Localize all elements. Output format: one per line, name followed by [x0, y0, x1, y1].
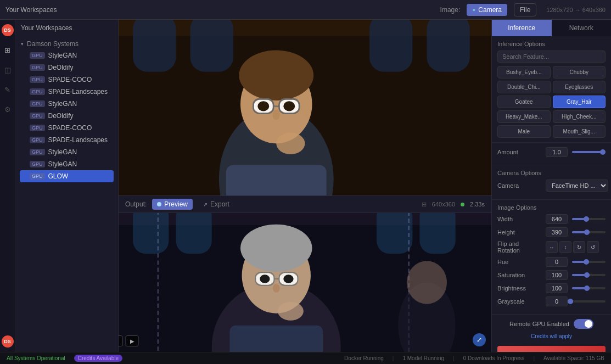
- grayscale-row: Grayscale 0: [497, 296, 606, 306]
- feature-high-cheekbones[interactable]: High_Cheek...: [553, 110, 606, 123]
- feature-male[interactable]: Male: [497, 125, 551, 138]
- rotate-ccw-button[interactable]: ↺: [587, 241, 599, 253]
- hue-slider[interactable]: [572, 261, 606, 263]
- sidebar-item-deoldify-2[interactable]: GPU DeOldify: [20, 110, 114, 122]
- svg-point-8: [239, 51, 313, 100]
- feature-heavy-makeup[interactable]: Heavy_Make...: [497, 110, 551, 123]
- sidebar-item-spade-coco-2[interactable]: GPU SPADE-COCO: [20, 122, 114, 134]
- workspace-title: Your Workspaces: [5, 6, 57, 14]
- svg-rect-4: [369, 20, 412, 72]
- sidebar-item-styleGAN-4[interactable]: GPU StyleGAN: [20, 158, 114, 170]
- gpu-badge: GPU: [30, 161, 45, 167]
- options-tabs: Inference Network: [492, 20, 611, 36]
- avatar[interactable]: DS: [2, 24, 14, 36]
- feature-chubby[interactable]: Chubby: [553, 66, 606, 79]
- feature-mouth-slightly-open[interactable]: Mouth_Slig...: [553, 125, 606, 138]
- preview-button[interactable]: Preview: [152, 199, 193, 210]
- resolution-info: 1280x720 → 640x360: [546, 7, 606, 13]
- file-button[interactable]: File: [514, 3, 536, 16]
- height-value[interactable]: 390: [546, 227, 568, 237]
- hue-value[interactable]: 0: [546, 257, 568, 267]
- content-area: Output: Preview ↗ Export ⊞ 640x360 2.33s: [119, 20, 491, 352]
- inference-options-title: Inference Options: [497, 41, 606, 47]
- camera-scene-top: [119, 20, 491, 195]
- expand-button[interactable]: ⤢: [473, 333, 486, 346]
- layers-icon[interactable]: ◫: [2, 64, 14, 76]
- grayscale-slider[interactable]: [572, 300, 606, 303]
- user-icon[interactable]: DS: [2, 335, 14, 348]
- camera-button[interactable]: ● Camera: [467, 4, 507, 16]
- search-feature-input[interactable]: [497, 51, 606, 63]
- next-arrow[interactable]: ▶: [126, 335, 139, 346]
- feature-bushy-eyebrows[interactable]: Bushy_Eyeb...: [497, 66, 551, 79]
- image-options-section: Image Options Width 640 Height 390 Flip …: [492, 200, 611, 315]
- svg-point-16: [273, 110, 280, 120]
- sidebar-item-glow[interactable]: GPU GLOW: [20, 170, 114, 182]
- svg-rect-18: [226, 165, 327, 195]
- feature-double-chin[interactable]: Double_Chi...: [497, 81, 551, 93]
- amount-value[interactable]: 1.0: [546, 147, 568, 157]
- feature-gray-hair[interactable]: Gray_Hair: [553, 96, 606, 108]
- remote-gpu-toggle[interactable]: [574, 319, 593, 329]
- stop-button[interactable]: Stop: [497, 346, 606, 352]
- export-icon: ↗: [203, 201, 208, 208]
- workspaces-icon[interactable]: ⊞: [2, 44, 14, 56]
- amount-label: Amount: [497, 149, 541, 155]
- brightness-value[interactable]: 100: [546, 283, 568, 293]
- camera-scene-bottom: [119, 213, 491, 352]
- saturation-value[interactable]: 100: [546, 270, 568, 280]
- prev-arrow[interactable]: ◀: [119, 335, 123, 346]
- grayscale-value[interactable]: 0: [546, 296, 568, 306]
- tab-inference[interactable]: Inference: [492, 20, 552, 36]
- sidebar-item-spade-landscapes-2[interactable]: GPU SPADE-Landscapes: [20, 134, 114, 146]
- credits-link[interactable]: Credits will apply: [492, 333, 611, 339]
- amount-slider[interactable]: [572, 151, 606, 153]
- docker-status: Docker Running: [344, 355, 384, 361]
- camera-icon: ●: [472, 7, 475, 13]
- height-slider[interactable]: [572, 231, 606, 233]
- settings-icon[interactable]: ⚙: [2, 103, 14, 115]
- sidebar-item-spade-coco-1[interactable]: GPU SPADE-COCO: [20, 74, 114, 86]
- saturation-slider[interactable]: [572, 274, 606, 276]
- image-options-title: Image Options: [497, 204, 606, 211]
- svg-point-17: [276, 133, 305, 154]
- tab-network[interactable]: Network: [552, 20, 612, 36]
- sidebar-item-deoldify-1[interactable]: GPU DeOldify: [20, 61, 114, 74]
- gpu-badge: GPU: [30, 125, 45, 131]
- gpu-badge: GPU: [30, 173, 45, 180]
- height-slider-thumb: [584, 229, 590, 235]
- hue-slider-thumb: [584, 259, 589, 265]
- flip-vertical-button[interactable]: ↕: [559, 241, 571, 253]
- sidebar-item-spade-landscapes-1[interactable]: GPU SPADE-Landscapes: [20, 86, 114, 98]
- feature-eyeglasses[interactable]: Eyeglasses: [553, 81, 606, 93]
- width-label: Width: [497, 216, 541, 222]
- export-button[interactable]: ↗ Export: [198, 199, 234, 210]
- rotate-cw-button[interactable]: ↻: [573, 241, 585, 253]
- output-resolution-icon: ⊞: [422, 201, 427, 208]
- preview-dot-icon: [157, 202, 161, 206]
- sidebar-item-styleGAN-3[interactable]: GPU StyleGAN: [20, 146, 114, 158]
- flip-horizontal-button[interactable]: ↔: [546, 241, 558, 253]
- width-slider[interactable]: [572, 218, 606, 220]
- edit-icon[interactable]: ✎: [2, 83, 14, 96]
- remote-gpu-label: Remote GPU Enabled: [509, 321, 569, 327]
- feature-goatee[interactable]: Goatee: [497, 96, 551, 108]
- grayscale-label: Grayscale: [497, 298, 541, 305]
- credits-badge[interactable]: Credits Available: [74, 355, 122, 362]
- width-value[interactable]: 640: [546, 214, 568, 224]
- circle-dot-icon: [461, 203, 464, 206]
- saturation-row: Saturation 100: [497, 270, 606, 280]
- camera-select[interactable]: FaceTime HD ...: [546, 180, 608, 192]
- flip-rotation-row: Flip and Rotation ↔ ↕ ↻ ↺: [497, 240, 606, 254]
- camera-feed-bottom: ⤢ ◀ ▶: [119, 213, 491, 352]
- output-bar: Output: Preview ↗ Export ⊞ 640x360 2.33s: [119, 195, 491, 213]
- svg-rect-24: [419, 213, 455, 254]
- camera-options-section: Camera Options Camera FaceTime HD ...: [492, 165, 611, 200]
- brightness-slider[interactable]: [572, 287, 606, 289]
- amount-section: Amount 1.0: [492, 143, 611, 165]
- sidebar-item-styleGAN-2[interactable]: GPU StyleGAN: [20, 98, 114, 110]
- amount-slider-fill: [572, 151, 604, 153]
- icon-sidebar: DS ⊞ ◫ ✎ ⚙ DS: [0, 20, 15, 352]
- height-label: Height: [497, 229, 541, 236]
- sidebar-item-styleGAN-1[interactable]: GPU StyleGAN: [20, 49, 114, 61]
